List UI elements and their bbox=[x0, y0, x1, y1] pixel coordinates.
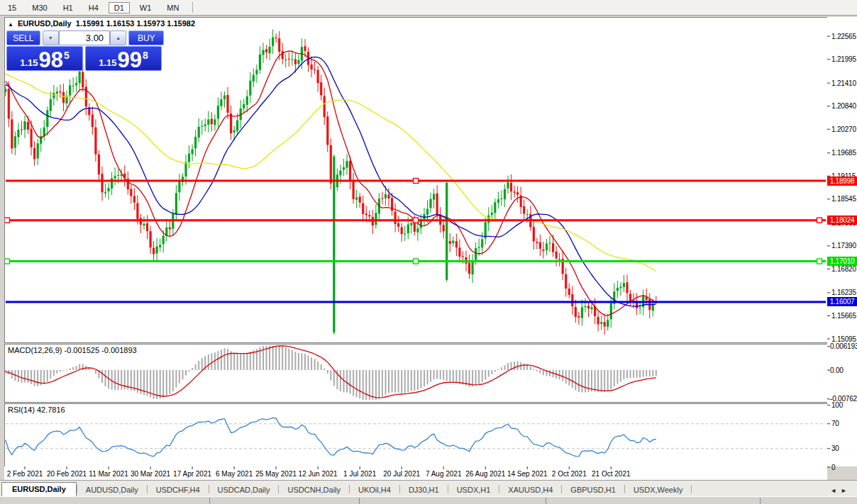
price-axis-label: 1.18545 bbox=[831, 194, 856, 203]
terminal-column-separator bbox=[359, 498, 360, 504]
date-axis-label: 25 May 2021 bbox=[255, 470, 297, 478]
hline-price-label: 1.17010 bbox=[827, 257, 857, 266]
date-axis-label: 12 Jun 2021 bbox=[299, 470, 338, 478]
toolbar-separator bbox=[192, 2, 193, 13]
date-axis-label: 30 Mar 2021 bbox=[131, 470, 170, 478]
date-axis-label: 20 Feb 2021 bbox=[47, 470, 87, 478]
timeframe-button-15[interactable]: 15 bbox=[2, 2, 22, 13]
date-axis-label: 21 Oct 2021 bbox=[592, 470, 630, 478]
sell-price-big: 98 bbox=[39, 50, 63, 70]
sell-price-small: 1.15 bbox=[20, 57, 38, 68]
chart-tab-usdcad[interactable]: USDCAD,Daily bbox=[209, 483, 279, 497]
timeframe-button-mn[interactable]: MN bbox=[161, 2, 184, 13]
buy-button[interactable]: BUY bbox=[128, 30, 164, 45]
date-axis-label: 2 Oct 2021 bbox=[552, 470, 587, 478]
arrow-up-icon: ▲ bbox=[116, 35, 121, 40]
hline-price-label: 1.18024 bbox=[827, 215, 857, 225]
arrow-down-icon: ▼ bbox=[48, 35, 53, 40]
date-axis-label: 6 May 2021 bbox=[216, 470, 253, 478]
hline-price-label: 1.16007 bbox=[827, 297, 857, 306]
rsi-axis-label: 0 bbox=[831, 463, 835, 472]
chart-symbol-period: EURUSD,Daily bbox=[18, 19, 72, 28]
price-axis-label: 1.16235 bbox=[831, 288, 856, 297]
chart-collapse-icon[interactable]: ▲ bbox=[8, 21, 13, 28]
chart-tab-eurusd[interactable]: EURUSD,Daily bbox=[1, 482, 77, 497]
date-axis-label: 2 Feb 2021 bbox=[7, 470, 43, 478]
tab-scroll-arrows: ◄► bbox=[830, 487, 857, 494]
price-axis-label: 1.19685 bbox=[831, 148, 856, 157]
lot-decrease-button[interactable]: ▼ bbox=[43, 30, 59, 45]
chart-tab-audusd[interactable]: AUDUSD,Daily bbox=[77, 483, 147, 497]
date-axis-label: 1 Jul 2021 bbox=[343, 470, 376, 478]
timeframe-button-d1[interactable]: D1 bbox=[109, 2, 130, 13]
macd-axis-label: 0.006193 bbox=[830, 342, 857, 351]
terminal-column-separator bbox=[760, 498, 761, 504]
price-axis-label: 1.21410 bbox=[831, 79, 856, 88]
buy-price-display[interactable]: 1.15998 bbox=[85, 46, 162, 71]
chart-ohlc-values: 1.15991 1.16153 1.15973 1.15982 bbox=[76, 19, 195, 28]
date-axis-label: 11 Mar 2021 bbox=[89, 470, 128, 478]
chart-tab-usdx[interactable]: USDX,H1 bbox=[448, 483, 499, 497]
timeframe-button-h1[interactable]: H1 bbox=[57, 2, 79, 13]
chart-tab-usdchf[interactable]: USDCHF,H4 bbox=[148, 483, 209, 497]
terminal-header-strip bbox=[0, 496, 857, 504]
rsi-axis-label: 30 bbox=[831, 444, 839, 453]
macd-indicator-label: MACD(12,26,9) -0.001525 -0.001893 bbox=[8, 346, 137, 354]
sell-price-display[interactable]: 1.15985 bbox=[6, 46, 83, 71]
date-axis-label: 26 Aug 2021 bbox=[465, 470, 505, 478]
tab-scroll-right-icon[interactable]: ► bbox=[841, 487, 851, 494]
chart-tab-usdcnh[interactable]: USDCNH,Daily bbox=[279, 483, 349, 497]
sell-button[interactable]: SELL bbox=[6, 30, 40, 45]
buy-price-sup: 8 bbox=[143, 50, 148, 61]
terminal-column-separator bbox=[209, 498, 210, 504]
terminal-column-separator bbox=[546, 498, 546, 504]
timeframe-button-w1[interactable]: W1 bbox=[134, 2, 157, 13]
price-axis-label: 1.20840 bbox=[831, 101, 856, 111]
chart-tab-dj30[interactable]: DJ30,H1 bbox=[400, 483, 448, 497]
rsi-indicator-label: RSI(14) 42.7816 bbox=[8, 405, 65, 414]
date-axis-label: 14 Sep 2021 bbox=[507, 470, 548, 478]
chart-tab-usdx[interactable]: USDX,Weekly bbox=[625, 483, 691, 497]
tab-separator bbox=[691, 485, 692, 493]
chart-tab-bar: EURUSD,DailyAUDUSD,DailyUSDCHF,H4USDCAD,… bbox=[0, 480, 857, 497]
chart-tab-ukoil[interactable]: UKOil,H4 bbox=[350, 483, 399, 497]
rsi-axis-label: 70 bbox=[831, 419, 839, 428]
price-axis-label: 1.17390 bbox=[831, 241, 856, 250]
lot-increase-button[interactable]: ▲ bbox=[110, 30, 126, 45]
timeframe-button-h4[interactable]: H4 bbox=[83, 2, 104, 13]
buy-price-big: 99 bbox=[118, 50, 142, 70]
price-axis-label: 1.20270 bbox=[831, 125, 856, 134]
one-click-trade-panel: SELL ▼ 3.00 ▲ BUY 1.15985 1.15998 bbox=[6, 30, 164, 71]
sell-price-sup: 5 bbox=[64, 50, 70, 61]
date-axis-label: 7 Aug 2021 bbox=[426, 470, 462, 478]
date-axis-label: 17 Apr 2021 bbox=[173, 470, 211, 478]
price-axis-label: 1.15665 bbox=[831, 311, 856, 320]
timeframe-button-m30[interactable]: M30 bbox=[26, 2, 52, 13]
macd-axis-label: 0.00 bbox=[830, 366, 844, 375]
lot-size-input[interactable]: 3.00 bbox=[59, 30, 110, 45]
rsi-axis-label: 100 bbox=[831, 401, 843, 410]
hline-price-label: 1.18998 bbox=[827, 177, 857, 186]
chart-tab-gbpusd[interactable]: GBPUSD,H1 bbox=[562, 483, 624, 497]
date-axis-label: 20 Jul 2021 bbox=[383, 470, 420, 478]
price-axis-label: 1.22565 bbox=[831, 32, 856, 41]
price-axis-label: 1.21995 bbox=[831, 55, 856, 64]
chart-title: ▲EURUSD,Daily 1.15991 1.16153 1.15973 1.… bbox=[8, 19, 195, 28]
rsi-pane[interactable] bbox=[4, 403, 828, 467]
timeframe-toolbar: 15M30H1H4D1W1MN bbox=[0, 0, 857, 16]
buy-price-small: 1.15 bbox=[99, 57, 116, 68]
chart-tab-xauusd[interactable]: XAUUSD,H4 bbox=[499, 483, 561, 497]
tab-scroll-left-icon[interactable]: ◄ bbox=[830, 487, 841, 494]
